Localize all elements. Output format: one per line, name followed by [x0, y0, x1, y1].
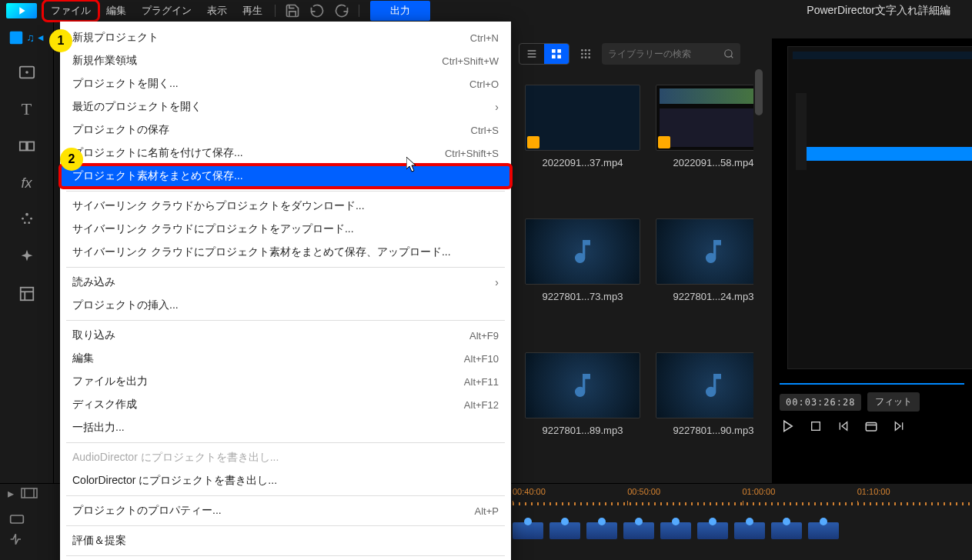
menu-export-colordirector[interactable]: ColorDirector にプロジェクトを書き出し...: [60, 469, 511, 492]
menu-cloud-pack-upload[interactable]: サイバーリンク クラウドにプロジェクト素材をまとめて保存、アップロード...: [60, 241, 511, 264]
menu-produce[interactable]: ファイルを出力Alt+F11: [60, 370, 511, 393]
rail-text-icon[interactable]: T: [16, 98, 38, 120]
menu-save-project[interactable]: プロジェクトの保存Ctrl+S: [60, 118, 511, 142]
save-icon[interactable]: [285, 3, 300, 18]
svg-point-26: [581, 56, 583, 58]
grid-view-button[interactable]: [544, 44, 569, 64]
rail-fx-icon[interactable]: fx: [16, 172, 38, 194]
next-frame-button[interactable]: [890, 418, 907, 435]
menu-edit-mode[interactable]: 編集Alt+F10: [60, 347, 511, 370]
video-track-icon[interactable]: [8, 512, 26, 527]
library-scrollbar[interactable]: ▲: [753, 69, 764, 483]
menu-plugin[interactable]: プラグイン: [134, 1, 199, 21]
menu-open-project[interactable]: プロジェクトを開く...Ctrl+O: [60, 72, 511, 95]
fit-button[interactable]: フィット: [867, 392, 920, 412]
chevron-left-icon: ◄: [36, 32, 45, 43]
play-button[interactable]: [780, 418, 797, 435]
library-grid: 2022091...37.mp4 2022091...58.mp4 922780…: [513, 72, 764, 483]
rail-video-icon[interactable]: [16, 62, 38, 83]
menu-play[interactable]: 再生: [235, 1, 270, 21]
audio-track-icon[interactable]: [8, 532, 26, 547]
library-item[interactable]: 9227801...73.mp3: [525, 218, 640, 337]
menu-file[interactable]: ファイル: [43, 1, 99, 21]
svg-point-29: [725, 50, 732, 57]
music-tab-icon: ♫: [26, 32, 35, 44]
menu-new-workspace[interactable]: 新規作業領域Ctrl+Shift+W: [60, 49, 511, 72]
rail-particle-icon[interactable]: [16, 209, 38, 231]
snapshot-button[interactable]: [863, 418, 880, 435]
undo-icon[interactable]: [309, 3, 325, 18]
svg-rect-0: [10, 32, 23, 45]
music-note-icon: [567, 236, 598, 267]
redo-icon[interactable]: [334, 3, 349, 18]
tab-selector[interactable]: ♫ ◄: [8, 29, 45, 46]
prev-frame-button[interactable]: [835, 418, 852, 435]
separator: [66, 320, 505, 321]
scrollbar-thumb[interactable]: [755, 69, 763, 115]
svg-rect-19: [557, 55, 561, 58]
preview-scrubber[interactable]: [780, 383, 964, 385]
menu-pack-project-materials[interactable]: プロジェクト素材をまとめて保存...: [60, 165, 511, 188]
menu-cloud-upload[interactable]: サイバーリンク クラウドにプロジェクトをアップロード...: [60, 218, 511, 241]
stop-button[interactable]: [807, 418, 824, 435]
menu-export-audiodirector: AudioDirector にプロジェクトを書き出し...: [60, 446, 511, 469]
timeline-clip[interactable]: [586, 522, 617, 539]
timeline-collapse-icon[interactable]: ▸: [8, 486, 14, 501]
menu-cloud-download[interactable]: サイバーリンク クラウドからプロジェクトをダウンロード...: [60, 195, 511, 218]
menu-rate-suggest[interactable]: 評価＆提案: [60, 529, 511, 552]
svg-point-22: [588, 49, 590, 52]
timeline-clip[interactable]: [623, 522, 654, 539]
menu-save-as[interactable]: プロジェクトに名前を付けて保存...Ctrl+Shift+S: [60, 142, 511, 165]
chevron-right-icon: ›: [495, 101, 499, 113]
svg-point-5: [25, 213, 28, 216]
thumbnail: [656, 85, 764, 151]
library-item[interactable]: 9227801...89.mp3: [525, 352, 640, 471]
rail-transition-icon[interactable]: [16, 135, 38, 157]
media-tab-icon: [8, 29, 25, 46]
timeline-ruler[interactable]: 00:40:00 00:50:00 01:00:00 01:10:00: [513, 487, 972, 502]
menu-recent-projects[interactable]: 最近のプロジェクトを開く›: [60, 95, 511, 118]
transport-bar: 00:03:26:28 フィット: [772, 392, 972, 412]
search-box[interactable]: [602, 43, 740, 65]
rail-template-icon[interactable]: [16, 283, 38, 305]
svg-rect-38: [22, 488, 37, 498]
library-item[interactable]: 2022091...58.mp4: [656, 85, 764, 203]
library-item[interactable]: 9227801...24.mp3: [656, 218, 764, 337]
separator: [66, 525, 505, 526]
menu-capture[interactable]: 取り込みAlt+F9: [60, 324, 511, 347]
menu-project-properties[interactable]: プロジェクトのプロパティー...Alt+P: [60, 499, 511, 522]
output-button[interactable]: 出力: [370, 1, 430, 21]
search-input[interactable]: [608, 48, 723, 59]
timeline-clip[interactable]: [697, 522, 728, 539]
library-item[interactable]: 2022091...37.mp4: [525, 85, 640, 203]
timeline-zoom-icon[interactable]: [20, 487, 38, 499]
mouse-cursor-icon: [406, 157, 419, 172]
menu-view[interactable]: 表示: [199, 1, 235, 21]
svg-point-21: [585, 49, 587, 52]
grid-size-button[interactable]: [576, 44, 596, 64]
menu-edit[interactable]: 編集: [99, 1, 134, 21]
timecode-display: 00:03:26:28: [780, 394, 861, 411]
separator: [66, 267, 505, 268]
thumbnail: [656, 352, 764, 418]
timeline-clip[interactable]: [771, 522, 802, 539]
library-item[interactable]: 9227801...90.mp3: [656, 352, 764, 471]
timeline-clip[interactable]: [808, 522, 839, 539]
list-view-button[interactable]: [519, 44, 544, 64]
rail-sparkle-icon[interactable]: [16, 246, 38, 268]
timeline-clips: [513, 522, 972, 541]
menu-insert-project[interactable]: プロジェクトの挿入...: [60, 294, 511, 317]
annotation-callout-1: 1: [49, 29, 72, 52]
menu-batch-produce[interactable]: 一括出力...: [60, 416, 511, 439]
menu-new-project[interactable]: 新規プロジェクトCtrl+N: [60, 26, 511, 49]
menu-import[interactable]: 読み込み›: [60, 271, 511, 294]
timeline-clip[interactable]: [660, 522, 691, 539]
svg-point-23: [581, 53, 583, 55]
svg-marker-33: [842, 422, 847, 431]
app-logo: [6, 3, 37, 18]
timeline-clip[interactable]: [513, 522, 543, 539]
timeline-clip[interactable]: [549, 522, 580, 539]
menu-create-disc[interactable]: ディスク作成Alt+F12: [60, 393, 511, 416]
timeline-clip[interactable]: [734, 522, 765, 539]
svg-point-20: [581, 49, 583, 52]
